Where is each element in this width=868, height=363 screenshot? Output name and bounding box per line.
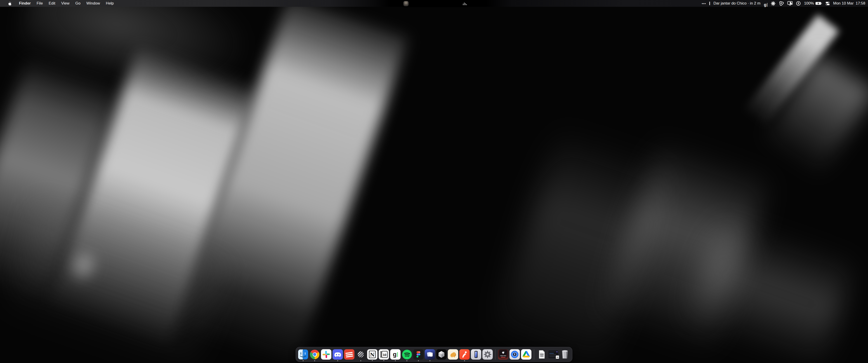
dock-item-raycast[interactable]: raycast: [498, 349, 508, 360]
dock-item-spotify[interactable]: [402, 349, 412, 360]
apple-logo-icon: [8, 1, 11, 5]
running-indicator-dot: [464, 360, 465, 361]
finder-icon: [298, 349, 308, 360]
notion-icon: N: [367, 349, 377, 360]
running-indicator-dot: [303, 360, 304, 361]
postico-elephant-icon: [448, 349, 458, 360]
running-indicator-dot: [430, 360, 430, 361]
dock-item-finder[interactable]: [298, 349, 308, 360]
dock-item-superhuman[interactable]: [459, 349, 470, 360]
svg-text:10: 10: [383, 353, 386, 357]
onepassword-icon: [509, 349, 520, 360]
linear-icon: [355, 349, 366, 360]
running-indicator-dot: [372, 360, 373, 361]
desktop: Finder File Edit View Go Window Help •••…: [0, 0, 868, 363]
active-app-name: Finder: [19, 1, 31, 6]
dock: N 10 g: [296, 347, 572, 362]
dock-item-screen-studio[interactable]: [425, 349, 435, 360]
dock-item-document[interactable]: [537, 349, 547, 360]
dock-item-figma[interactable]: [413, 349, 424, 360]
dock-item-cursor[interactable]: [436, 349, 447, 360]
raycast-diamond-icon: [501, 351, 505, 355]
raycast-label: raycast: [500, 355, 506, 357]
wallpaper: [0, 0, 868, 363]
menu-bar-left: Finder File Edit View Go Window Help: [0, 0, 117, 7]
dock-item-1password[interactable]: [509, 349, 520, 360]
dock-item-linear[interactable]: [355, 349, 366, 360]
dock-item-system-settings[interactable]: [483, 349, 493, 360]
window-thumbnail: 10: [548, 350, 559, 359]
menu-item-file[interactable]: File: [34, 0, 46, 7]
superhuman-icon: [459, 349, 470, 360]
trash-icon: [560, 349, 570, 360]
rounded-pick-menu-icon[interactable]: [779, 0, 784, 7]
google-drive-icon: [521, 349, 531, 360]
dock-item-minimized-window[interactable]: 10: [548, 349, 559, 360]
iphone-mirroring-icon: [471, 349, 481, 360]
menu-bar-divider: [709, 2, 710, 5]
reminder-menu-item[interactable]: Dar jantar do Chico · in 2 m: [713, 1, 761, 6]
menu-item-go[interactable]: Go: [72, 0, 84, 7]
svg-text:N: N: [370, 352, 375, 358]
audio-visualizer-icon: [463, 2, 467, 5]
dock-item-iphone-mirroring[interactable]: [471, 349, 481, 360]
todoist-icon: [344, 349, 354, 360]
menu-item-window[interactable]: Window: [84, 0, 103, 7]
notch-media-pill[interactable]: [401, 0, 470, 7]
running-indicator-dot: [337, 360, 338, 361]
granola-icon: g: [393, 352, 398, 357]
dock-item-chrome[interactable]: [309, 349, 320, 360]
keyhole-icon: [796, 1, 801, 6]
spotify-icon: [402, 350, 412, 359]
control-center-menu-icon[interactable]: [826, 0, 830, 7]
dock-item-notion[interactable]: N: [367, 349, 377, 360]
running-indicator-dot: [418, 360, 419, 361]
menu-item-finder[interactable]: Finder: [16, 0, 34, 7]
display-mirroring-icon: [787, 1, 793, 6]
flower-menu-icon[interactable]: [771, 0, 776, 7]
clock-date: Mon 10 Mar: [833, 1, 854, 6]
running-indicator-dot: [314, 360, 315, 361]
dock-item-discord[interactable]: [333, 349, 343, 360]
raycast-red-bar: [501, 357, 505, 358]
dock-item-granola[interactable]: g: [390, 349, 401, 360]
battery-charging-icon: [815, 2, 822, 5]
menu-item-help[interactable]: Help: [103, 0, 117, 7]
control-center-icon: [826, 1, 830, 6]
battery-status[interactable]: 100%: [804, 1, 822, 6]
running-indicator-dot: [383, 360, 384, 361]
screen-studio-icon: [425, 349, 435, 360]
overflow-menu-dots[interactable]: •••: [702, 2, 706, 5]
onepassword-menu-icon[interactable]: [796, 0, 801, 7]
granola-menu-icon[interactable]: g: [764, 0, 767, 7]
dock-item-notion-calendar[interactable]: 10: [379, 349, 389, 360]
dock-item-todoist[interactable]: [344, 349, 354, 360]
menu-bar-clock[interactable]: Mon 10 Mar 17:58: [833, 1, 865, 6]
now-playing-album-art[interactable]: [403, 1, 408, 6]
gear-icon: [483, 349, 493, 360]
display-menu-icon[interactable]: [787, 0, 793, 7]
figma-icon: [413, 349, 424, 360]
document-file-icon: [537, 349, 547, 360]
dock-item-trash[interactable]: [560, 349, 570, 360]
dock-item-slack[interactable]: [321, 349, 331, 360]
window-app-badge: 10: [556, 355, 559, 359]
menu-item-edit[interactable]: Edit: [46, 0, 58, 7]
running-indicator-dot: [395, 360, 396, 361]
dock-item-postico[interactable]: [448, 349, 458, 360]
flower-icon: [771, 1, 776, 6]
dock-item-google-drive[interactable]: [521, 349, 531, 360]
running-indicator-dot: [360, 360, 361, 361]
menu-bar-status-area: ••• Dar jantar do Chico · in 2 m g: [702, 0, 865, 7]
notion-calendar-icon: 10: [379, 349, 389, 360]
battery-percent: 100%: [804, 1, 814, 6]
text-cursor-icon: [767, 3, 768, 7]
discord-icon: [333, 349, 343, 360]
menu-item-view[interactable]: View: [58, 0, 72, 7]
running-indicator-dot: [406, 360, 407, 361]
cursor-icon: [436, 349, 447, 360]
apple-menu[interactable]: [5, 0, 16, 7]
slack-icon: [321, 349, 331, 360]
chrome-icon: [310, 350, 319, 359]
pick-shape-icon: [779, 1, 784, 6]
